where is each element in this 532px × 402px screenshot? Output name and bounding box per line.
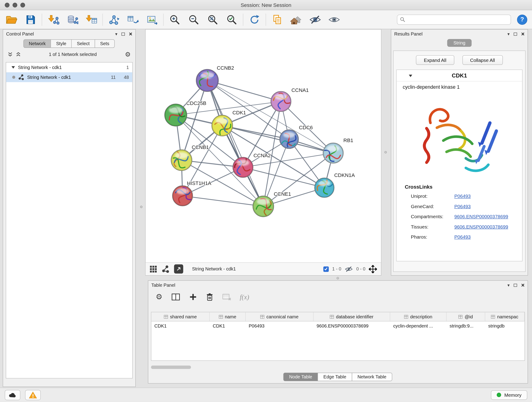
pan-crosshair-icon[interactable] [369, 265, 377, 273]
export-image-button[interactable] [145, 12, 159, 27]
column-header[interactable]: database identifier [313, 312, 390, 321]
collection-caret-icon[interactable] [12, 66, 15, 69]
cloud-status-button[interactable] [5, 390, 20, 400]
selected-checkbox-icon[interactable] [323, 266, 329, 272]
network-overview-button[interactable] [289, 12, 303, 27]
network-share-icon[interactable] [162, 265, 169, 273]
search-input[interactable] [407, 17, 508, 22]
import-network-file-button[interactable] [46, 12, 60, 27]
zoom-fit-button[interactable] [206, 12, 220, 27]
hide-selected-button[interactable] [308, 12, 322, 27]
zoom-in-button[interactable] [168, 12, 181, 27]
zoom-selected-button[interactable] [225, 12, 239, 27]
tab-sets[interactable]: Sets [95, 39, 114, 48]
results-panel-menu-icon[interactable]: ▾ [507, 32, 510, 36]
control-panel-float-icon[interactable] [121, 32, 125, 35]
network-node-CCNB2[interactable]: CCNB2 [196, 65, 234, 92]
network-canvas[interactable]: CCNB2CCNA1CDC25BCDK1CDC6RB1CCNB1CCNA2CDK… [146, 30, 381, 262]
minimize-window-button[interactable] [13, 3, 17, 7]
cell-canonical-name[interactable]: P06493 [246, 321, 313, 331]
network-node-RB1[interactable]: RB1 [323, 138, 353, 163]
close-window-button[interactable] [5, 3, 10, 7]
title-bar[interactable]: Session: New Session [0, 0, 532, 10]
results-panel-float-icon[interactable] [514, 32, 517, 35]
network-edge[interactable] [207, 80, 263, 206]
panel-resize-handle[interactable] [336, 277, 339, 279]
column-header[interactable]: name [210, 312, 246, 321]
panel-resize-handle[interactable] [385, 151, 387, 153]
tab-network[interactable]: Network [23, 39, 51, 48]
expand-all-icon[interactable] [16, 52, 21, 57]
tab-node-table[interactable]: Node Table [283, 373, 318, 381]
network-node-CDKN1A[interactable]: CDKN1A [315, 172, 355, 198]
column-header[interactable]: description [390, 312, 447, 321]
collapse-all-button[interactable]: Collapse All [462, 55, 503, 65]
maximize-window-button[interactable] [20, 3, 25, 7]
column-header[interactable]: namespac [485, 312, 525, 321]
control-panel-menu-icon[interactable]: ▾ [115, 32, 118, 36]
show-columns-icon[interactable] [171, 293, 180, 301]
tab-edge-table[interactable]: Edge Table [317, 373, 352, 381]
function-builder-button[interactable]: f(x) [240, 293, 249, 301]
table-panel-menu-icon[interactable]: ▾ [507, 283, 510, 287]
open-session-button[interactable] [5, 12, 18, 27]
control-panel-close-icon[interactable]: × [129, 31, 133, 37]
detach-view-button[interactable] [174, 264, 183, 274]
import-table-file-button[interactable] [85, 12, 98, 27]
cell-database-identifier[interactable]: 9606.ENSP00000378699 [313, 321, 390, 331]
network-merge-button[interactable] [107, 12, 121, 27]
network-from-table-button[interactable] [126, 12, 140, 27]
network-edge[interactable] [207, 80, 281, 102]
cell-name[interactable]: CDK1 [210, 321, 246, 331]
network-edge[interactable] [183, 196, 263, 206]
network-edge[interactable] [222, 126, 333, 153]
grid-view-icon[interactable] [150, 265, 157, 273]
network-collection-row[interactable]: String Network - cdk1 1 [6, 62, 133, 72]
crosslink-uniprot-link[interactable]: P06493 [454, 193, 471, 199]
horizontal-scrollbar[interactable] [151, 366, 525, 370]
apply-layout-button[interactable] [248, 12, 261, 27]
hidden-eye-slash-icon[interactable] [345, 266, 353, 273]
network-row[interactable]: String Network - cdk1 11 48 [6, 72, 133, 82]
table-row[interactable]: CDK1 CDK1 P06493 9606.ENSP00000378699 cy… [151, 321, 525, 331]
cell-id[interactable]: stringdb:9... [447, 321, 485, 331]
collapse-all-icon[interactable] [8, 52, 13, 57]
tab-network-table[interactable]: Network Table [352, 373, 392, 381]
table-options-gear-icon[interactable]: ⚙ [156, 293, 162, 301]
column-header[interactable]: @id [447, 312, 485, 321]
tab-select[interactable]: Select [71, 39, 95, 48]
show-all-button[interactable] [327, 12, 341, 27]
scrollbar-thumb[interactable] [151, 366, 191, 369]
cell-description[interactable]: cyclin-dependent ... [390, 321, 447, 331]
results-panel-close-icon[interactable]: × [521, 31, 525, 37]
network-node-CCNB1[interactable]: CCNB1 [171, 144, 209, 171]
tab-string[interactable]: String [447, 39, 472, 47]
memory-button[interactable]: Memory [491, 390, 527, 400]
network-node-CDK1[interactable]: CDK1 [212, 110, 246, 136]
crosslink-tissues-link[interactable]: 9606.ENSP00000378699 [454, 224, 508, 230]
column-header[interactable]: shared name [151, 312, 210, 321]
help-button[interactable]: ? [517, 14, 527, 25]
crosslink-pharos-link[interactable]: P06493 [454, 234, 471, 240]
column-header[interactable]: canonical name [246, 312, 313, 321]
delete-column-icon[interactable] [206, 293, 213, 301]
cell-shared-name[interactable]: CDK1 [151, 321, 210, 331]
expand-all-button[interactable]: Expand All [416, 55, 454, 65]
cell-namespace[interactable]: stringdb [485, 321, 525, 331]
network-node-CCNA1[interactable]: CCNA1 [271, 87, 309, 112]
tab-style[interactable]: Style [51, 39, 72, 48]
warnings-button[interactable] [25, 390, 41, 400]
crosslink-genecard-link[interactable]: P06493 [454, 204, 471, 209]
network-node-HIST1H1A[interactable]: HIST1H1A [172, 180, 211, 206]
panel-resize-handle[interactable] [140, 206, 143, 208]
table-panel-close-icon[interactable]: × [521, 282, 525, 288]
network-options-gear-icon[interactable]: ⚙ [125, 51, 131, 57]
entry-caret-icon[interactable] [409, 75, 412, 77]
table-panel-float-icon[interactable] [514, 283, 517, 287]
crosslink-compartments-link[interactable]: 9606.ENSP00000378699 [454, 214, 508, 219]
add-column-icon[interactable] [189, 293, 197, 301]
save-session-button[interactable] [24, 12, 37, 27]
import-network-database-button[interactable] [65, 12, 79, 27]
zoom-out-button[interactable] [187, 12, 201, 27]
open-recent-document-button[interactable] [270, 12, 284, 27]
